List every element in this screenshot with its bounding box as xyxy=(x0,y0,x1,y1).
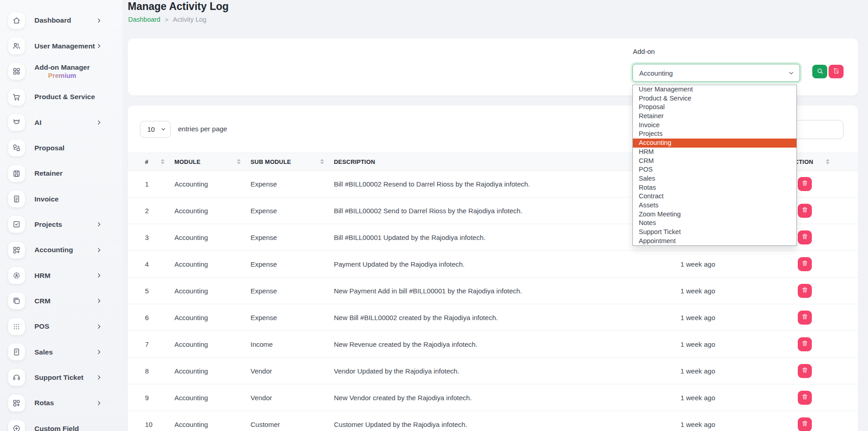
cell-description: Payment Updated by the Rajodiya infotech… xyxy=(330,251,632,277)
cart-icon xyxy=(8,89,25,105)
addon-option-retainer[interactable]: Retainer xyxy=(633,112,796,121)
sidebar-item-ai[interactable]: AI xyxy=(0,110,122,135)
cell-sub-module: Customer xyxy=(247,411,330,431)
sidebar-item-custom-field[interactable]: Custom Field xyxy=(0,416,122,431)
addon-option-rotas[interactable]: Rotas xyxy=(633,183,796,192)
activity-log-page: { "page": { "title": "Manage Activity Lo… xyxy=(0,0,868,431)
sidebar-item-label: Invoice xyxy=(34,195,58,203)
sidebar-item-projects[interactable]: Projects xyxy=(0,212,122,237)
rotas-icon xyxy=(8,395,25,412)
delete-button[interactable] xyxy=(798,417,812,431)
trash-icon xyxy=(801,180,808,188)
cell-sub-module: Expense xyxy=(247,251,330,277)
cell-index: 2 xyxy=(141,197,171,224)
delete-button[interactable] xyxy=(798,391,812,405)
cell-module: Accounting xyxy=(171,411,247,431)
addon-option-invoice[interactable]: Invoice xyxy=(633,121,796,130)
sidebar-item-hrm[interactable]: HRM xyxy=(0,263,122,288)
sidebar-item-label: CRM xyxy=(34,297,50,305)
column-header-sub-module[interactable]: SUB MODULE xyxy=(247,153,330,170)
cell-description: Bill #BILL00002 Send to Darrel Rioss by … xyxy=(330,197,632,224)
cell-index: 1 xyxy=(141,171,171,197)
trash-icon xyxy=(801,367,808,375)
cell-sub-module: Income xyxy=(247,331,330,357)
sidebar-item-accounting[interactable]: Accounting xyxy=(0,237,122,263)
sidebar-item-support-ticket[interactable]: Support Ticket xyxy=(0,365,122,390)
sidebar-item-crm[interactable]: CRM xyxy=(0,288,122,314)
sidebar-item-label: AI xyxy=(34,119,42,127)
retainer-icon xyxy=(8,165,25,182)
delete-button[interactable] xyxy=(798,257,812,271)
table-row: 4AccountingExpensePayment Updated by the… xyxy=(128,251,858,278)
addon-option-assets[interactable]: Assets xyxy=(633,201,796,210)
sidebar-item-retainer[interactable]: Retainer xyxy=(0,161,122,186)
cell-action xyxy=(736,411,844,431)
delete-button[interactable] xyxy=(798,177,812,191)
addon-option-support-ticket[interactable]: Support Ticket xyxy=(633,228,796,237)
sidebar-item-dashboard[interactable]: Dashboard xyxy=(0,8,122,33)
cell-index: 5 xyxy=(141,278,171,304)
sort-arrows-icon xyxy=(161,159,164,165)
crm-icon xyxy=(8,292,25,309)
cell-module: Accounting xyxy=(171,358,247,384)
delete-button[interactable] xyxy=(798,311,812,325)
ai-icon xyxy=(8,114,25,131)
sidebar-item-add-on-manager[interactable]: Add-on ManagerPremium xyxy=(0,59,122,84)
entries-per-page-select[interactable]: 10 xyxy=(140,121,171,138)
sidebar-item-pos[interactable]: POS xyxy=(0,314,122,339)
sidebar-item-proposal[interactable]: Proposal xyxy=(0,135,122,161)
search-button[interactable] xyxy=(812,65,827,78)
table-row: 5AccountingExpenseNew Payment Add in bil… xyxy=(128,278,858,304)
cell-module: Accounting xyxy=(171,171,247,197)
addon-option-accounting[interactable]: Accounting xyxy=(633,139,796,148)
breadcrumb-separator-icon: > xyxy=(165,16,169,23)
trash-icon xyxy=(801,233,808,241)
delete-button[interactable] xyxy=(798,230,812,244)
addon-option-contract[interactable]: Contract xyxy=(633,192,796,201)
cell-description: New Payment Add in bill #BILL00001 by th… xyxy=(330,278,632,304)
addon-option-pos[interactable]: POS xyxy=(633,165,796,174)
cell-date: 1 week ago xyxy=(632,278,736,304)
sidebar-item-rotas[interactable]: Rotas xyxy=(0,390,122,416)
cell-action xyxy=(736,358,844,384)
reset-filter-button[interactable] xyxy=(829,65,844,78)
addon-option-user-management[interactable]: User Management xyxy=(633,85,796,94)
cell-index: 10 xyxy=(141,411,171,431)
cell-module: Accounting xyxy=(171,278,247,304)
column-header-module[interactable]: MODULE xyxy=(171,153,247,170)
cell-date: 1 week ago xyxy=(632,384,736,411)
cell-date: 1 week ago xyxy=(632,304,736,330)
sidebar-item-product-service[interactable]: Product & Service xyxy=(0,84,122,110)
addon-option-crm[interactable]: CRM xyxy=(633,157,796,166)
accounting-icon xyxy=(8,242,25,259)
addon-option-notes[interactable]: Notes xyxy=(633,219,796,228)
clear-filter-icon xyxy=(833,67,839,76)
support-ticket-icon xyxy=(8,369,25,386)
cell-description: New Vendor created by the Rajodiya infot… xyxy=(330,384,632,411)
addon-option-appointment[interactable]: Appointment xyxy=(633,237,796,246)
addon-option-sales[interactable]: Sales xyxy=(633,174,796,183)
delete-button[interactable] xyxy=(798,204,812,218)
addon-option-projects[interactable]: Projects xyxy=(633,129,796,139)
pos-icon xyxy=(8,318,25,335)
delete-button[interactable] xyxy=(798,337,812,351)
addon-option-product-service[interactable]: Product & Service xyxy=(633,94,796,103)
addon-option-zoom-meeting[interactable]: Zoom Meeting xyxy=(633,210,796,219)
column-header-index[interactable]: # xyxy=(141,153,171,170)
delete-button[interactable] xyxy=(798,364,812,378)
addon-select[interactable]: Accounting xyxy=(632,64,800,82)
sidebar-item-invoice[interactable]: Invoice xyxy=(0,186,122,211)
chevron-right-icon xyxy=(96,247,102,253)
trash-icon xyxy=(801,420,808,428)
addon-option-proposal[interactable]: Proposal xyxy=(633,103,796,112)
projects-icon xyxy=(8,216,25,233)
breadcrumb-dashboard-link[interactable]: Dashboard xyxy=(128,16,160,23)
addon-option-hrm[interactable]: HRM xyxy=(633,148,796,157)
sidebar-item-user-management[interactable]: User Management xyxy=(0,33,122,58)
cell-date: 1 week ago xyxy=(632,358,736,384)
delete-button[interactable] xyxy=(798,284,812,298)
cell-index: 8 xyxy=(141,358,171,384)
sidebar-item-sales[interactable]: Sales xyxy=(0,339,122,364)
cell-module: Accounting xyxy=(171,251,247,277)
sidebar-item-label: Support Ticket xyxy=(34,374,83,382)
